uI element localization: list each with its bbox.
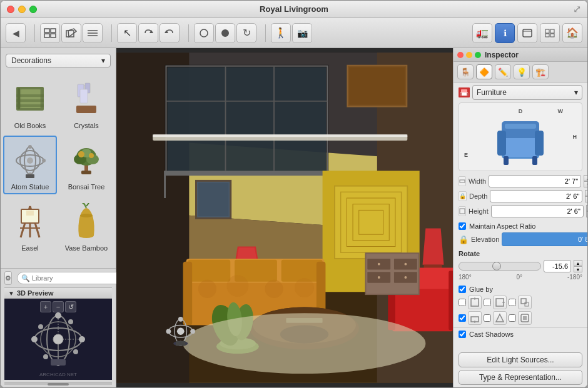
svg-rect-84 <box>165 171 329 176</box>
resize-icon[interactable]: ⤢ <box>573 3 581 15</box>
elevation-input[interactable] <box>502 232 587 246</box>
3d-view-button[interactable] <box>61 23 81 43</box>
width-label: Width <box>469 177 486 185</box>
svg-point-151 <box>166 329 171 334</box>
glue-cb-2[interactable] <box>484 299 491 306</box>
back-button[interactable]: ◀ <box>6 23 26 43</box>
category-dropdown[interactable]: Decorations ▾ <box>6 54 111 67</box>
svg-point-11 <box>200 29 208 37</box>
item-bonsai-tree[interactable]: Bonsai Tree <box>59 136 113 194</box>
item-atom-statue[interactable]: Atom Statue <box>3 136 57 194</box>
svg-rect-157 <box>467 92 469 96</box>
h-scrollbar[interactable] <box>4 382 112 385</box>
info-button[interactable]: ℹ <box>495 23 515 43</box>
glue-icon-3[interactable] <box>518 296 532 309</box>
reset-view-btn[interactable]: ↺ <box>65 301 76 312</box>
pan-tool[interactable] <box>160 23 180 43</box>
aspect-ratio-checkbox[interactable] <box>459 222 466 230</box>
svg-point-62 <box>79 336 85 342</box>
glue-cb-3[interactable] <box>509 299 516 306</box>
refresh-tool[interactable]: ↻ <box>236 23 256 43</box>
zoom-in-btn[interactable]: + <box>40 301 51 312</box>
height-input[interactable] <box>491 205 584 217</box>
circle-tool[interactable] <box>194 23 214 43</box>
grid-button[interactable] <box>540 23 560 43</box>
glue-icon-5[interactable] <box>493 311 507 325</box>
home-button[interactable]: 🏠 <box>562 23 582 43</box>
glue-icon-1[interactable] <box>468 296 482 309</box>
height-down[interactable]: ▼ <box>586 211 587 217</box>
svg-rect-3 <box>51 34 56 37</box>
rotate-value-input[interactable] <box>544 260 571 272</box>
cast-shadows-checkbox[interactable] <box>459 331 466 338</box>
width-down[interactable]: ▼ <box>584 181 587 187</box>
glue-icon-6[interactable] <box>518 311 532 325</box>
inspector-close[interactable] <box>457 52 464 58</box>
list-view-button[interactable] <box>83 23 103 43</box>
svg-rect-83 <box>167 67 326 172</box>
svg-point-148 <box>178 317 183 322</box>
furniture-category-dropdown[interactable]: Furniture ▾ <box>472 85 582 100</box>
tab-furniture[interactable]: 🪑 <box>457 64 474 79</box>
svg-marker-5 <box>68 29 76 37</box>
width-up[interactable]: ▲ <box>584 175 587 181</box>
item-vase-bamboo[interactable]: Vase Bamboo <box>59 197 113 256</box>
rotate-slider[interactable] <box>459 262 541 271</box>
tab-light[interactable]: 💡 <box>514 64 530 79</box>
rotate-tool[interactable] <box>138 23 158 43</box>
close-button[interactable] <box>7 6 14 13</box>
settings-button[interactable]: ⚙ <box>4 271 12 285</box>
svg-rect-121 <box>449 271 453 330</box>
depth-lock-icon: 🔒 <box>459 191 467 201</box>
type-rep-btn[interactable]: Type & Representation... <box>459 370 582 385</box>
search-input[interactable] <box>32 272 118 284</box>
item-old-books-label: Old Books <box>14 122 46 129</box>
truck-icon[interactable]: 🚛 <box>472 23 492 43</box>
preview-body: + − ↺ <box>4 299 112 380</box>
window-button[interactable] <box>517 23 537 43</box>
camera-tool[interactable]: 📷 <box>292 23 312 43</box>
filled-circle-tool[interactable] <box>215 23 235 43</box>
glue-icon-2[interactable] <box>493 296 507 309</box>
item-old-books[interactable]: Old Books <box>3 74 57 133</box>
tab-surface[interactable]: 🔶 <box>476 64 492 79</box>
svg-point-46 <box>89 153 94 158</box>
rotate-up[interactable]: ▲ <box>574 260 582 266</box>
rotate-down[interactable]: ▼ <box>574 266 582 272</box>
person-tool[interactable]: 🚶 <box>271 23 291 43</box>
glue-cb-6[interactable] <box>509 314 516 322</box>
zoom-out-btn[interactable]: − <box>53 301 64 312</box>
item-crystals[interactable]: Crystals <box>59 74 113 133</box>
tab-edit[interactable]: ✏️ <box>495 64 511 79</box>
person-group: 🚶 📷 <box>271 23 312 43</box>
inspector-min[interactable] <box>466 52 472 58</box>
glue-cb-4[interactable] <box>459 314 466 322</box>
glue-cb-1[interactable] <box>459 299 466 306</box>
svg-rect-97 <box>335 186 407 259</box>
item-easel-label: Easel <box>21 244 39 252</box>
glue-checkbox[interactable] <box>459 286 466 293</box>
svg-point-137 <box>378 263 380 266</box>
height-up[interactable]: ▲ <box>586 205 587 211</box>
maximize-button[interactable] <box>29 6 37 13</box>
glue-cb-5[interactable] <box>484 314 491 322</box>
glue-row-2 <box>459 311 582 325</box>
inspector-max[interactable] <box>475 52 481 58</box>
tab-structure[interactable]: 🏗️ <box>532 64 549 79</box>
depth-down[interactable]: ▼ <box>585 196 587 202</box>
svg-point-54 <box>80 214 93 217</box>
viewport[interactable] <box>116 48 453 387</box>
depth-input[interactable] <box>490 190 582 202</box>
depth-up[interactable]: ▲ <box>585 190 587 196</box>
width-input[interactable] <box>489 175 581 187</box>
select-tool[interactable]: ↖ <box>117 23 137 43</box>
edit-light-btn[interactable]: Edit Light Sources... <box>459 352 582 367</box>
title-bar: Royal Livingroom ⤢ <box>1 1 587 18</box>
item-bonsai-tree-label: Bonsai Tree <box>68 183 105 191</box>
glue-icon-4[interactable] <box>468 311 482 325</box>
glue-label: Glue by <box>469 286 493 293</box>
minimize-button[interactable] <box>18 6 26 13</box>
item-easel[interactable]: Easel <box>3 197 57 256</box>
2d-view-button[interactable] <box>40 23 60 43</box>
item-atom-statue-label: Atom Statue <box>11 183 49 191</box>
